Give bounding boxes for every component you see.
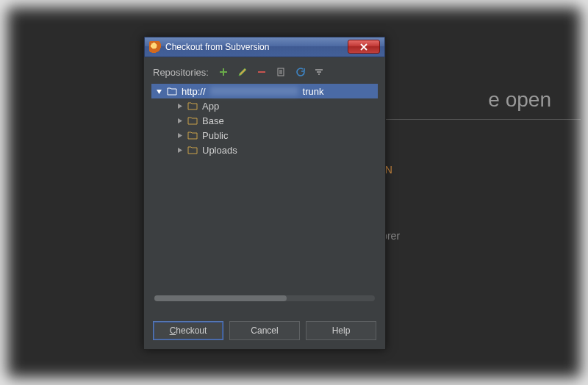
tree-root-url-suffix: trunk (303, 86, 324, 97)
repo-toolbar: Repositories: (144, 57, 385, 84)
tree-child-row[interactable]: Public (151, 128, 378, 143)
horizontal-scrollbar[interactable] (154, 295, 375, 301)
tree-child-label: Base (202, 115, 224, 126)
tree-child-row[interactable]: App (151, 98, 378, 113)
add-repo-button[interactable] (218, 66, 229, 78)
dialog-button-row: Checkout Cancel Help (144, 321, 385, 340)
filter-icon (314, 67, 324, 77)
details-button[interactable] (275, 66, 287, 78)
folder-icon (187, 101, 198, 110)
plus-icon (218, 67, 229, 77)
tree-root-url-prefix: http:// (182, 86, 206, 97)
expand-arrow-right-icon[interactable] (176, 103, 183, 109)
scrollbar-thumb[interactable] (154, 295, 287, 301)
repositories-label: Repositories: (153, 67, 209, 78)
filter-button[interactable] (313, 66, 325, 78)
close-icon (360, 43, 368, 51)
dialog-titlebar[interactable]: Checkout from Subversion (144, 37, 385, 57)
help-button[interactable]: Help (306, 321, 376, 340)
remove-repo-button[interactable] (256, 66, 268, 78)
expand-arrow-right-icon[interactable] (176, 147, 183, 154)
tree-child-label: Public (202, 130, 228, 141)
tree-child-label: App (202, 101, 219, 112)
tree-root-row[interactable]: http:// trunk (151, 84, 378, 98)
pencil-icon (237, 67, 248, 77)
mnemonic: C (170, 325, 176, 336)
folder-icon (187, 145, 198, 154)
expand-arrow-down-icon[interactable] (156, 88, 162, 95)
tree-root-url-blur (210, 87, 298, 96)
folder-icon (187, 116, 198, 125)
checkout-dialog: Checkout from Subversion Repositories: (143, 37, 386, 350)
folder-icon (187, 131, 198, 140)
expand-arrow-right-icon[interactable] (176, 132, 183, 139)
folder-icon (167, 87, 177, 96)
expand-arrow-right-icon[interactable] (176, 118, 183, 124)
button-label-rest: heckout (176, 325, 207, 336)
tree-child-row[interactable]: Uploads (151, 143, 378, 157)
repository-tree[interactable]: http:// trunk App Base Public Uploads (151, 84, 378, 304)
window-close-button[interactable] (348, 40, 380, 54)
edit-repo-button[interactable] (237, 66, 248, 78)
checkout-button[interactable]: Checkout (153, 321, 223, 340)
refresh-icon (295, 67, 305, 77)
refresh-button[interactable] (294, 66, 306, 78)
tree-child-row[interactable]: Base (151, 113, 378, 128)
document-icon (276, 67, 286, 77)
tree-child-label: Uploads (202, 145, 237, 156)
dialog-title: Checkout from Subversion (165, 42, 269, 52)
app-icon (149, 41, 161, 53)
cancel-button[interactable]: Cancel (229, 321, 300, 340)
minus-icon (257, 67, 267, 77)
